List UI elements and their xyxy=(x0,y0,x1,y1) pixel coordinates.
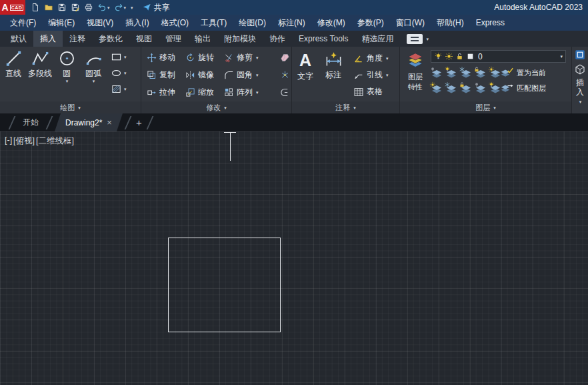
scale-button[interactable]: 缩放 xyxy=(185,87,224,98)
hatch-button[interactable]: ▾ xyxy=(111,83,127,95)
circle-button[interactable]: 圆 ▾ xyxy=(53,47,80,101)
chevron-down-icon[interactable]: ▾ xyxy=(107,5,110,10)
layer-lock-button[interactable] xyxy=(475,67,487,79)
dimension-button[interactable]: 标注 xyxy=(319,48,348,101)
layer-thaw-button[interactable] xyxy=(445,83,457,95)
chevron-down-icon[interactable]: ▾ xyxy=(256,55,259,60)
angular-button[interactable]: 角度▾ xyxy=(353,50,389,67)
annotation-panel-label[interactable]: 注释▾ xyxy=(292,101,399,113)
explode-button[interactable] xyxy=(276,70,293,80)
menu-format[interactable]: 格式(O) xyxy=(155,15,195,31)
join-button[interactable] xyxy=(276,87,293,97)
leader-button[interactable]: 引线▾ xyxy=(353,67,389,83)
open-file-button[interactable] xyxy=(42,0,55,15)
drawing-canvas[interactable]: [-] [俯视] [二维线框] xyxy=(0,131,588,385)
menu-edit[interactable]: 编辑(E) xyxy=(42,15,81,31)
menu-draw[interactable]: 绘图(D) xyxy=(233,15,272,31)
menu-window[interactable]: 窗口(W) xyxy=(390,15,431,31)
menu-modify[interactable]: 修改(M) xyxy=(311,15,351,31)
close-icon[interactable]: × xyxy=(107,118,112,127)
copy-button[interactable]: 复制 xyxy=(147,69,185,81)
layer-merge-button[interactable] xyxy=(475,83,487,95)
chevron-down-icon[interactable]: ▾ xyxy=(256,90,259,95)
layer-freeze-button[interactable] xyxy=(460,67,472,79)
block-icon[interactable] xyxy=(574,63,586,75)
drawing-objects[interactable] xyxy=(0,131,588,385)
ellipse-button[interactable]: ▾ xyxy=(111,67,127,79)
save-as-button[interactable] xyxy=(69,0,82,15)
ribbon-tab-collaborate[interactable]: 协作 xyxy=(263,31,292,47)
save-button[interactable] xyxy=(55,0,69,15)
ribbon-tab-view[interactable]: 视图 xyxy=(129,31,159,47)
chevron-down-icon[interactable]: ▾ xyxy=(386,56,389,61)
array-button[interactable]: 阵列▾ xyxy=(224,87,276,98)
match-layer-button[interactable]: 匹配图层 xyxy=(500,83,546,93)
plot-button[interactable] xyxy=(82,0,95,15)
layer-unlock-button[interactable] xyxy=(460,83,472,95)
chevron-down-icon[interactable]: ▾ xyxy=(124,5,127,10)
text-button[interactable]: A 文字 xyxy=(292,48,319,101)
ribbon-tab-annotate[interactable]: 注释 xyxy=(63,31,92,47)
file-tab-drawing2[interactable]: Drawing2* × xyxy=(55,113,123,131)
hatch-icon xyxy=(111,83,122,95)
layers-panel-label[interactable]: 图层▾ xyxy=(400,101,571,113)
ribbon-tab-featured-apps[interactable]: 精选应用 xyxy=(355,31,400,47)
trim-button[interactable]: 修剪▾ xyxy=(224,52,276,63)
menu-help[interactable]: 帮助(H) xyxy=(431,15,470,31)
chevron-down-icon[interactable]: ▾ xyxy=(560,54,563,59)
file-tab-start[interactable]: 开始 xyxy=(17,113,44,131)
ribbon-tab-manage[interactable]: 管理 xyxy=(159,31,188,47)
chevron-down-icon[interactable]: ▾ xyxy=(386,73,389,77)
chevron-down-icon[interactable]: ▾ xyxy=(93,79,95,83)
insert-button[interactable]: 插入 xyxy=(575,78,585,97)
chevron-down-icon[interactable]: ▾ xyxy=(579,99,582,104)
make-current-button[interactable]: 置为当前 xyxy=(500,67,546,78)
ribbon-tab-addins[interactable]: 附加模块 xyxy=(217,31,263,47)
rectangle-button[interactable]: ▾ xyxy=(111,51,127,63)
new-file-button[interactable] xyxy=(29,0,42,15)
layer-isolate-button[interactable] xyxy=(445,67,457,79)
customize-qat-button[interactable]: ▾ xyxy=(128,0,135,15)
arc-button[interactable]: 圆弧 ▾ xyxy=(80,47,107,101)
draw-panel-label[interactable]: 绘图▾ xyxy=(0,101,141,113)
menu-parametric[interactable]: 参数(P) xyxy=(351,15,390,31)
layer-unisolate-button[interactable] xyxy=(431,83,443,95)
fillet-button[interactable]: 圆角▾ xyxy=(224,69,276,81)
menu-file[interactable]: 文件(F) xyxy=(4,15,42,31)
erase-button[interactable] xyxy=(276,53,293,63)
share-button[interactable]: 共享 xyxy=(142,2,170,13)
stretch-button[interactable]: 拉伸 xyxy=(147,87,185,98)
app-menu-button[interactable]: A CAD xyxy=(0,0,25,15)
ribbon-tab-insert[interactable]: 插入 xyxy=(33,31,63,47)
mirror-button[interactable]: 镜像 xyxy=(185,69,224,81)
chevron-down-icon[interactable]: ▾ xyxy=(256,73,259,77)
ribbon-tab-output[interactable]: 输出 xyxy=(188,31,217,47)
ribbon-tab-home[interactable]: 默认 xyxy=(4,31,33,47)
redo-button[interactable]: ▾ xyxy=(112,0,129,15)
line-button[interactable]: 直线 xyxy=(0,47,27,101)
drawn-rectangle[interactable] xyxy=(169,238,281,332)
menu-view[interactable]: 视图(V) xyxy=(81,15,119,31)
rotate-button[interactable]: 旋转 xyxy=(185,52,224,63)
chevron-down-icon[interactable]: ▾ xyxy=(124,71,127,75)
ribbon-display-toggle[interactable]: ▾ xyxy=(407,31,429,47)
new-drawing-tab-button[interactable]: + xyxy=(133,117,145,128)
chevron-down-icon[interactable]: ▾ xyxy=(124,87,127,91)
move-button[interactable]: 移动 xyxy=(147,52,185,63)
modify-panel-label[interactable]: 修改▾ xyxy=(141,101,291,113)
ribbon-tab-parametric[interactable]: 参数化 xyxy=(92,31,129,47)
polyline-button[interactable]: 多段线 xyxy=(27,47,53,101)
ribbon-tab-express-tools[interactable]: Express Tools xyxy=(292,31,355,47)
menu-tools[interactable]: 工具(T) xyxy=(195,15,233,31)
menu-insert[interactable]: 插入(I) xyxy=(119,15,155,31)
menu-dimension[interactable]: 标注(N) xyxy=(272,15,311,31)
undo-button[interactable]: ▾ xyxy=(95,0,112,15)
chevron-down-icon[interactable]: ▾ xyxy=(124,55,127,59)
layer-select-combobox[interactable]: 0 ▾ xyxy=(431,50,566,63)
chevron-down-icon[interactable]: ▾ xyxy=(66,79,69,83)
table-button[interactable]: 表格 xyxy=(353,83,389,100)
menu-express[interactable]: Express xyxy=(470,15,511,31)
insert-block-icon[interactable] xyxy=(574,49,586,61)
layer-properties-button[interactable]: 图层 特性 xyxy=(401,48,429,91)
layer-off-button[interactable] xyxy=(431,67,443,79)
